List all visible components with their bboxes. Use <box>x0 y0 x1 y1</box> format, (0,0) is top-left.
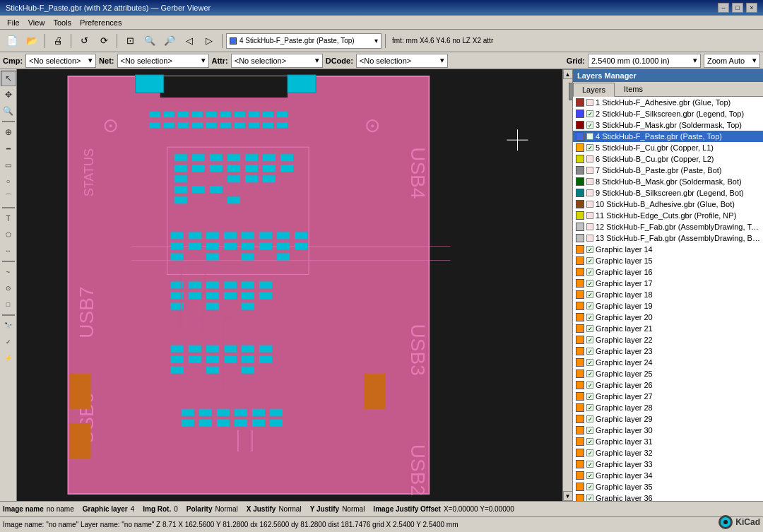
arc-tool[interactable]: ⌒ <box>1 189 16 205</box>
scroll-thumb[interactable] <box>569 83 573 100</box>
layer-visibility-check[interactable] <box>586 314 593 321</box>
layers-list[interactable]: 1 StickHub-F_Adhesive.gbr (Glue, Top)2 S… <box>573 97 763 501</box>
menu-preferences[interactable]: Preferences <box>76 17 126 28</box>
grid-dropdown[interactable]: 2.5400 mm (0.1000 in) ▾ <box>588 54 701 68</box>
drc-tool[interactable]: ✓ <box>1 334 16 350</box>
maximize-button[interactable]: □ <box>732 3 743 13</box>
layer-visibility-check[interactable] <box>586 449 593 456</box>
layer-row[interactable]: Graphic layer 29 <box>573 413 763 425</box>
layer-visibility-check[interactable] <box>586 144 593 151</box>
layer-visibility-check[interactable] <box>586 461 593 468</box>
measure-tool[interactable]: ⊕ <box>1 124 16 140</box>
layer-visibility-check[interactable] <box>586 336 593 343</box>
layer-row[interactable]: 6 StickHub-B_Cu.gbr (Copper, L2) <box>573 153 763 165</box>
line-tool[interactable]: ━ <box>1 141 16 156</box>
layer-row[interactable]: 11 StickHub-Edge_Cuts.gbr (Profile, NP) <box>573 210 763 221</box>
layer-row[interactable]: 9 StickHub-B_Silkscreen.gbr (Legend, Bot… <box>573 187 763 199</box>
inspect-tool[interactable]: 🔭 <box>1 318 16 333</box>
layer-visibility-check[interactable] <box>586 483 593 490</box>
layer-row[interactable]: 13 StickHub-F_Fab.gbr (AssemblyDrawing, … <box>573 232 763 244</box>
layer-row[interactable]: 7 StickHub-B_Paste.gbr (Paste, Bot) <box>573 165 763 176</box>
layer-visibility-check[interactable] <box>586 201 593 208</box>
layer-visibility-check[interactable] <box>586 302 593 309</box>
layer-row[interactable]: Graphic layer 20 <box>573 312 763 323</box>
layer-row[interactable]: Graphic layer 19 <box>573 300 763 312</box>
layer-row[interactable]: 12 StickHub-F_Fab.gbr (AssemblyDrawing, … <box>573 221 763 232</box>
layer-visibility-check[interactable] <box>586 257 593 264</box>
layer-dropdown[interactable]: 4 StickHub-F_Paste.gbr (Paste, Top) ▾ <box>226 33 382 49</box>
layer-visibility-check[interactable] <box>586 325 593 332</box>
layer-row[interactable]: Graphic layer 36 <box>573 492 763 501</box>
layer-visibility-check[interactable] <box>586 268 593 276</box>
layer-visibility-check[interactable] <box>586 167 593 174</box>
menu-tools[interactable]: Tools <box>49 17 76 28</box>
via-tool[interactable]: ⊙ <box>1 280 16 296</box>
move-tool[interactable]: ✥ <box>1 87 16 102</box>
close-button[interactable]: × <box>746 3 757 13</box>
layer-row[interactable]: Graphic layer 22 <box>573 334 763 345</box>
layer-visibility-check[interactable] <box>586 427 593 434</box>
menu-view[interactable]: View <box>24 17 49 28</box>
layer-row[interactable]: Graphic layer 14 <box>573 244 763 255</box>
layer-row[interactable]: Graphic layer 25 <box>573 368 763 379</box>
zoom-prev-button[interactable]: ◁ <box>180 32 199 50</box>
canvas-scrollbar-v[interactable]: ▲ ▼ <box>562 69 572 501</box>
layer-visibility-check[interactable] <box>586 235 593 242</box>
layer-visibility-check[interactable] <box>586 189 593 196</box>
layer-visibility-check[interactable] <box>586 359 593 366</box>
layer-row[interactable]: Graphic layer 18 <box>573 289 763 300</box>
layer-row[interactable]: 1 StickHub-F_Adhesive.gbr (Glue, Top) <box>573 97 763 108</box>
layer-row[interactable]: Graphic layer 17 <box>573 278 763 289</box>
layer-visibility-check[interactable] <box>586 370 593 377</box>
layer-row[interactable]: Graphic layer 24 <box>573 357 763 368</box>
tab-layers[interactable]: Layers <box>573 83 615 97</box>
layer-row[interactable]: Graphic layer 26 <box>573 379 763 391</box>
layer-visibility-check[interactable] <box>586 291 593 298</box>
minimize-button[interactable]: – <box>718 3 729 13</box>
layer-visibility-check[interactable] <box>586 393 593 400</box>
layer-visibility-check[interactable] <box>586 404 593 411</box>
net-dropdown[interactable]: <No selection> ▾ <box>117 54 209 68</box>
layer-row[interactable]: Graphic layer 27 <box>573 391 763 402</box>
layer-visibility-check[interactable] <box>586 415 593 422</box>
zoom-next-button[interactable]: ▷ <box>200 32 218 50</box>
zoom-tool[interactable]: 🔍 <box>1 103 16 119</box>
layer-row[interactable]: 4 StickHub-F_Paste.gbr (Paste, Top) <box>573 131 763 142</box>
scroll-up-button[interactable]: ▲ <box>563 69 573 79</box>
layer-visibility-check[interactable] <box>586 99 593 106</box>
print-button[interactable]: 🖨 <box>49 32 67 50</box>
layer-visibility-check[interactable] <box>586 382 593 389</box>
cmp-dropdown[interactable]: <No selection> ▾ <box>25 54 96 68</box>
layer-row[interactable]: Graphic layer 21 <box>573 323 763 334</box>
layer-row[interactable]: 10 StickHub-B_Adhesive.gbr (Glue, Bot) <box>573 199 763 210</box>
trace-tool[interactable]: ~ <box>1 264 16 280</box>
layer-visibility-check[interactable] <box>586 223 593 230</box>
layer-row[interactable]: Graphic layer 32 <box>573 447 763 459</box>
dcode-dropdown[interactable]: <No selection> ▾ <box>356 54 448 68</box>
layer-row[interactable]: 8 StickHub-B_Mask.gbr (Soldermask, Bot) <box>573 176 763 187</box>
layer-visibility-check[interactable] <box>586 155 593 162</box>
layer-row[interactable]: Graphic layer 23 <box>573 345 763 357</box>
layer-visibility-check[interactable] <box>586 122 593 129</box>
layer-row[interactable]: Graphic layer 28 <box>573 402 763 413</box>
layer-row[interactable]: Graphic layer 35 <box>573 481 763 492</box>
layer-visibility-check[interactable] <box>586 280 593 287</box>
layer-visibility-check[interactable] <box>586 246 593 253</box>
pcb-view[interactable]: USB4 STATUS USB7 USB3 USB6 USB2 <box>17 69 572 501</box>
layer-visibility-check[interactable] <box>586 212 593 219</box>
zoom-out-button[interactable]: 🔎 <box>160 32 179 50</box>
layer-visibility-check[interactable] <box>586 110 593 117</box>
layer-row[interactable]: Graphic layer 30 <box>573 425 763 436</box>
layer-visibility-check[interactable] <box>586 472 593 479</box>
rect-tool[interactable]: ▭ <box>1 157 16 172</box>
layer-visibility-check[interactable] <box>586 438 593 445</box>
layer-visibility-check[interactable] <box>586 495 593 501</box>
zoom-dropdown[interactable]: Zoom Auto ▾ <box>704 54 760 68</box>
select-tool[interactable]: ↖ <box>1 71 16 86</box>
net-tool[interactable]: ⚡ <box>1 350 16 366</box>
open-button[interactable]: 📂 <box>23 32 41 50</box>
layer-row[interactable]: Graphic layer 33 <box>573 459 763 470</box>
zoom-fit-button[interactable]: ⊡ <box>121 32 139 50</box>
scroll-down-button[interactable]: ▼ <box>563 491 573 501</box>
layer-row[interactable]: 3 StickHub-F_Mask.gbr (Soldermask, Top) <box>573 119 763 131</box>
